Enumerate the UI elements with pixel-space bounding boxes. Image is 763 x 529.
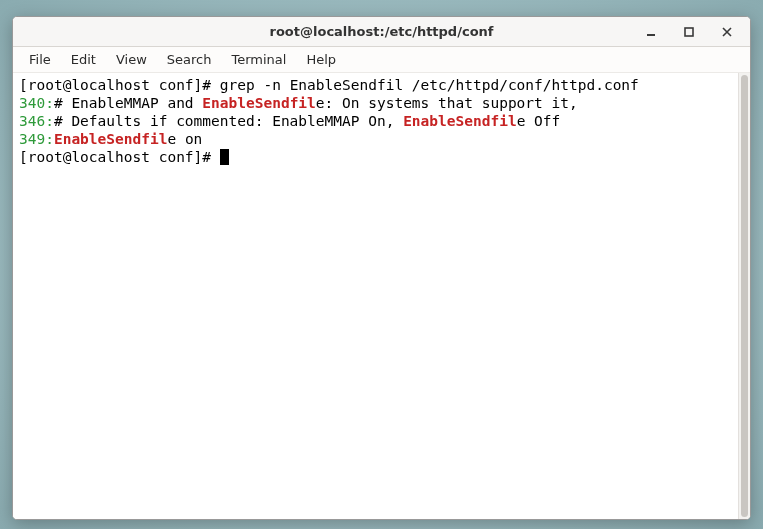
prompt: [root@localhost conf]# [19,149,220,165]
scrollbar[interactable] [738,73,750,519]
grep-pre: # Defaults if commented: EnableMMAP On, [54,113,403,129]
grep-lineno: 346: [19,113,54,129]
menu-search[interactable]: Search [157,49,222,70]
prompt: [root@localhost conf]# [19,77,220,93]
svg-rect-0 [647,34,655,36]
menu-edit[interactable]: Edit [61,49,106,70]
menu-file[interactable]: File [19,49,61,70]
menu-terminal[interactable]: Terminal [221,49,296,70]
command-text: grep -n EnableSendfil /etc/httpd/conf/ht… [220,77,639,93]
grep-post: e Off [517,113,561,129]
maximize-button[interactable] [670,18,708,46]
grep-lineno: 349: [19,131,54,147]
menu-view[interactable]: View [106,49,157,70]
titlebar[interactable]: root@localhost:/etc/httpd/conf [13,17,750,47]
scrollbar-thumb[interactable] [741,75,748,517]
window-controls [632,18,746,46]
terminal-window: root@localhost:/etc/httpd/conf File Edit… [12,16,751,520]
grep-match: EnableSendfil [403,113,517,129]
terminal-area-wrap: [root@localhost conf]# grep -n EnableSen… [13,73,750,519]
grep-post: e: On systems that support it, [316,95,578,111]
svg-rect-1 [685,28,693,36]
grep-pre: # EnableMMAP and [54,95,202,111]
cursor-block [220,149,229,165]
minimize-button[interactable] [632,18,670,46]
grep-lineno: 340: [19,95,54,111]
grep-match: EnableSendfil [202,95,316,111]
grep-match: EnableSendfil [54,131,168,147]
close-button[interactable] [708,18,746,46]
menubar: File Edit View Search Terminal Help [13,47,750,73]
grep-post: e on [167,131,202,147]
terminal-area[interactable]: [root@localhost conf]# grep -n EnableSen… [13,73,738,519]
menu-help[interactable]: Help [296,49,346,70]
